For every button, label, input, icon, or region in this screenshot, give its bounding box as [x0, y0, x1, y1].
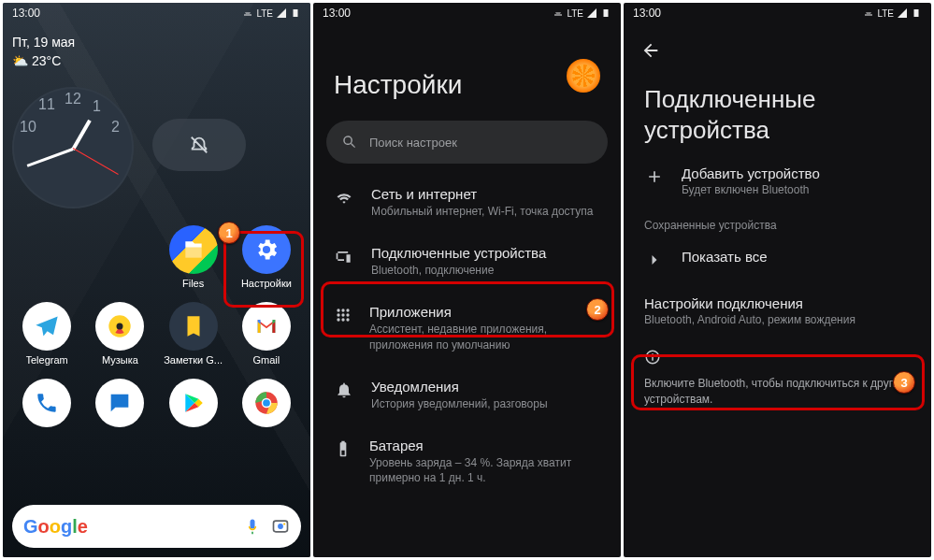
files-icon: [169, 225, 218, 274]
status-bar: 13:00 LTE: [624, 3, 931, 23]
settings-screen: 13:00 LTE Настройки Поиск настроек Сеть …: [313, 3, 621, 557]
annotation-box-1: [223, 231, 304, 308]
saved-devices-label: Сохраненные устройства: [624, 209, 931, 236]
google-search-bar[interactable]: Google: [12, 505, 301, 548]
weather-icon: ⛅: [12, 53, 28, 68]
status-time: 13:00: [12, 7, 40, 20]
phone-icon: [22, 379, 71, 427]
status-time: 13:00: [323, 7, 351, 20]
status-icons: LTE: [863, 7, 922, 19]
plus-icon: [644, 167, 665, 186]
annotation-badge-1: 1: [218, 222, 240, 244]
svg-point-1: [117, 323, 123, 330]
notes-icon: [169, 302, 218, 351]
date-text[interactable]: Пт, 19 мая: [12, 35, 301, 50]
chevron-right-icon: [644, 251, 665, 269]
annotation-box-2: [321, 281, 614, 337]
settings-item-notifications[interactable]: УведомленияИстория уведомлений, разговор…: [313, 366, 621, 424]
settings-item-battery[interactable]: БатареяУровень заряда – 34 %. Заряда хва…: [313, 424, 621, 498]
app-gmail[interactable]: Gmail: [232, 302, 301, 366]
app-chrome[interactable]: [232, 379, 301, 427]
show-all-item[interactable]: Показать все: [624, 236, 931, 282]
connected-title: Подключенные устройства: [624, 64, 931, 152]
search-icon: [341, 134, 358, 151]
svg-point-6: [278, 524, 283, 529]
app-play-store[interactable]: [159, 379, 228, 427]
weather-temp: 23°C: [32, 53, 61, 68]
app-phone[interactable]: [12, 379, 81, 427]
settings-item-network[interactable]: Сеть и интернетМобильный интернет, Wi-Fi…: [313, 173, 621, 232]
dnd-toggle[interactable]: [152, 119, 246, 171]
google-logo-icon: Google: [23, 516, 88, 538]
devices-icon: [334, 247, 354, 266]
back-button[interactable]: [624, 23, 931, 64]
lens-icon[interactable]: [271, 517, 290, 536]
app-notes[interactable]: Заметки G...: [159, 302, 228, 366]
connected-devices-screen: 13:00 LTE Подключенные устройства Добави…: [624, 3, 931, 557]
weather-widget[interactable]: ⛅ 23°C: [12, 53, 301, 68]
app-messages[interactable]: [85, 379, 154, 427]
mic-icon[interactable]: [243, 517, 262, 536]
status-bar: 13:00 LTE: [3, 3, 310, 23]
profile-avatar[interactable]: [567, 59, 600, 93]
battery-icon: [334, 439, 352, 458]
annotation-box-3: [631, 354, 925, 410]
search-placeholder: Поиск настроек: [369, 136, 457, 150]
status-bar: 13:00 LTE: [313, 3, 621, 23]
chrome-icon: [242, 379, 291, 427]
svg-point-7: [283, 523, 285, 524]
app-music[interactable]: Музыка: [85, 302, 154, 366]
app-telegram[interactable]: Telegram: [12, 302, 81, 366]
add-device-item[interactable]: Добавить устройствоБудет включен Bluetoo…: [624, 152, 931, 209]
gmail-icon: [242, 302, 291, 351]
play-store-icon: [169, 379, 218, 427]
messages-icon: [95, 379, 144, 427]
status-icons: LTE: [242, 7, 301, 19]
settings-search[interactable]: Поиск настроек: [326, 121, 608, 164]
wifi-icon: [334, 188, 354, 207]
music-icon: [95, 302, 144, 351]
svg-point-4: [263, 399, 270, 407]
annotation-badge-3: 3: [893, 371, 915, 394]
analog-clock-widget[interactable]: 12 1 2 11 10: [12, 87, 134, 208]
home-screen: 13:00 LTE Пт, 19 мая ⛅ 23°C 12 1 2 11 10: [3, 3, 310, 557]
telegram-icon: [22, 302, 71, 351]
connection-preferences-item[interactable]: Настройки подключенияBluetooth, Android …: [624, 282, 931, 339]
bell-icon: [334, 381, 354, 399]
status-time: 13:00: [633, 7, 661, 20]
status-icons: LTE: [553, 7, 611, 19]
annotation-badge-2: 2: [586, 298, 609, 321]
